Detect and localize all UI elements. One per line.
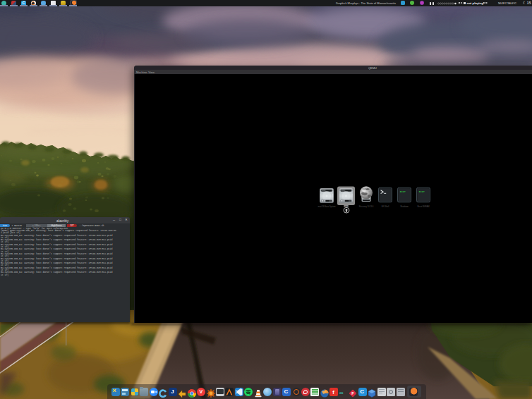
svg-text:macOS Base System: macOS Base System — [318, 205, 337, 208]
svg-text:EFI Shell: EFI Shell — [382, 205, 389, 208]
svg-text:EXIT: EXIT — [400, 190, 406, 193]
svg-text:Reset NVRAM: Reset NVRAM — [417, 205, 430, 208]
svg-text:EXIT: EXIT — [419, 190, 425, 193]
svg-text:OS: OS — [345, 205, 348, 207]
svg-text:Shutdown: Shutdown — [400, 205, 409, 208]
svg-text:Recovery 10.13.6: Recovery 10.13.6 — [359, 205, 374, 208]
